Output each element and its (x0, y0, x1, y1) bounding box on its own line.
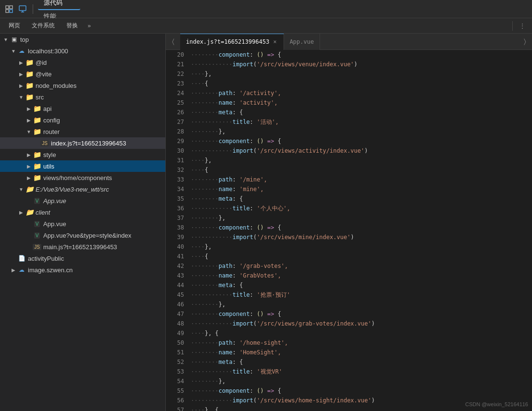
tree-icon-e-vue3: 📁 (25, 185, 34, 193)
line-number: 33 (166, 175, 184, 184)
svg-rect-2 (6, 10, 9, 12)
line-number: 25 (166, 98, 184, 108)
code-line: ····{ (191, 79, 532, 88)
svg-rect-0 (6, 6, 9, 9)
tree-arrow-app-vue (25, 220, 33, 228)
tree-item-app-vue[interactable]: VApp.vue (0, 218, 165, 230)
tree-label-at-vite: @vite (36, 71, 51, 78)
tree-item-api[interactable]: ▶📁api (0, 103, 165, 114)
panel-options-icon[interactable]: ⋮ (517, 20, 528, 32)
line-number: 46 (166, 300, 184, 309)
code-line: ············title: '活动', (191, 117, 532, 127)
tree-item-activity-public[interactable]: 📄activityPublic (0, 253, 165, 264)
code-line: ········meta: { (191, 194, 532, 204)
code-line: ········component: () => { (191, 223, 532, 232)
code-line: ············title: '个人中心', (191, 204, 532, 213)
code-line: ········path: '/mine', (191, 175, 532, 184)
tree-arrow-app-vue-italic (25, 197, 33, 205)
more-tabs-button[interactable]: » (85, 22, 94, 30)
tree-arrow-activity-public (10, 254, 17, 262)
tree-icon-main-js: JS (33, 242, 41, 251)
tree-item-config[interactable]: ▶📁config (0, 114, 165, 126)
toolbar: 控制台网络元素源代码性能内存应用Lighthouse (0, 0, 532, 18)
tree-item-localhost[interactable]: ▼☁localhost:3000 (0, 45, 165, 57)
tree-item-router[interactable]: ▼📁router (0, 126, 165, 137)
line-number: 51 (166, 348, 184, 357)
code-line: ········name: 'mine', (191, 184, 532, 194)
tree-item-src[interactable]: ▼📁src (0, 91, 165, 103)
code-line: ····}, (191, 156, 532, 165)
devtools-icon[interactable] (17, 4, 28, 14)
tree-label-router: router (43, 128, 60, 135)
line-number: 21 (166, 60, 184, 69)
nav-tab-replace[interactable]: 替换 (62, 20, 83, 31)
tree-item-app-vue-italic[interactable]: VApp.vue (0, 195, 165, 206)
tree-item-client[interactable]: ▶📁client (0, 206, 165, 218)
editor-tab-App-vue[interactable]: App.vue (284, 34, 321, 50)
tree-item-main-js[interactable]: JSmain.js?t=1665213996453 (0, 241, 165, 253)
line-number: 49 (166, 328, 184, 338)
nav-tab-filesystem[interactable]: 文件系统 (27, 20, 60, 31)
tab-close-button[interactable]: × (272, 37, 277, 46)
tab-label: index.js?t=1665213996453 (186, 38, 269, 45)
line-number: 24 (166, 88, 184, 98)
svg-rect-4 (19, 6, 26, 11)
line-number: 37 (166, 213, 184, 223)
tree-arrow-api: ▶ (25, 105, 33, 112)
tree-arrow-views-home: ▶ (25, 174, 33, 181)
editor-tab-index-js-t-1665213996453[interactable]: index.js?t=1665213996453× (180, 34, 284, 50)
line-number: 43 (166, 271, 184, 280)
inspect-icon[interactable] (4, 4, 14, 14)
tree-item-at-vite[interactable]: ▶📁@vite (0, 68, 165, 80)
tree-item-utils[interactable]: ▶📁utils (0, 160, 165, 172)
line-numbers: 2021222324252627282930313233343536373839… (166, 50, 189, 411)
line-number: 30 (166, 146, 184, 156)
code-line: ········path: '/home-sight', (191, 338, 532, 348)
tree-label-src: src (36, 94, 44, 101)
tab-scroll-right-icon[interactable]: 〉 (518, 37, 532, 46)
tree-item-views-home[interactable]: ▶📁views/home/components (0, 172, 165, 183)
tree-arrow-config: ▶ (25, 116, 33, 124)
line-number: 23 (166, 79, 184, 88)
tree-item-index-js[interactable]: JSindex.js?t=1665213996453 (0, 137, 165, 149)
code-line: ········}, (191, 127, 532, 136)
tree-label-utils: utils (43, 163, 54, 170)
code-line: ········}, (191, 376, 532, 386)
code-line: ············title: '抢票·预订' (191, 290, 532, 300)
code-content[interactable]: ········component: () => {············im… (189, 50, 532, 411)
tree-icon-app-vue: V (33, 219, 41, 228)
code-line: ········name: 'activity', (191, 98, 532, 108)
code-line: ········component: () => { (191, 309, 532, 319)
tree-label-node-modules: node_modules (36, 82, 76, 89)
tab-scroll-left-icon[interactable]: 〈 (166, 37, 180, 46)
tree-item-app-vue-style[interactable]: VApp.vue?vue&type=style&index (0, 230, 165, 241)
tree-item-node-modules[interactable]: ▶📁node_modules (0, 80, 165, 91)
tree-item-style[interactable]: ▶📁style (0, 149, 165, 160)
line-number: 50 (166, 338, 184, 348)
line-number: 20 (166, 50, 184, 60)
tree-icon-activity-public: 📄 (17, 254, 26, 263)
line-number: 36 (166, 204, 184, 213)
tree-item-at-id[interactable]: ▶📁@id (0, 57, 165, 68)
tree-item-e-vue3[interactable]: ▼📁E:/Vue3/Vue3-new_wtt/src (0, 183, 165, 195)
tree-icon-at-vite: 📁 (25, 70, 34, 78)
tree-arrow-at-vite: ▶ (17, 70, 25, 78)
line-number: 39 (166, 232, 184, 242)
line-number: 28 (166, 127, 184, 136)
tree-item-top[interactable]: ▼▣top (0, 34, 165, 45)
tree-arrow-top: ▼ (2, 36, 10, 43)
toolbar-tab-源代码[interactable]: 源代码 (38, 0, 80, 10)
tree-icon-utils: 📁 (33, 162, 41, 170)
code-line: ········meta: { (191, 108, 532, 117)
line-number: 55 (166, 386, 184, 396)
code-editor-area[interactable]: 2021222324252627282930313233343536373839… (166, 50, 532, 411)
tree-arrow-at-id: ▶ (17, 59, 25, 66)
code-line: ····{ (191, 165, 532, 175)
tree-label-activity-public: activityPublic (28, 255, 64, 262)
tree-item-image-szwen[interactable]: ▶☁image.szwen.cn (0, 264, 165, 276)
nav-tab-webpage[interactable]: 网页 (4, 20, 25, 31)
tree-arrow-utils: ▶ (25, 162, 33, 170)
tree-label-main-js: main.js?t=1665213996453 (43, 243, 117, 251)
tree-arrow-localhost: ▼ (10, 47, 17, 55)
tree-arrow-e-vue3: ▼ (17, 185, 25, 193)
